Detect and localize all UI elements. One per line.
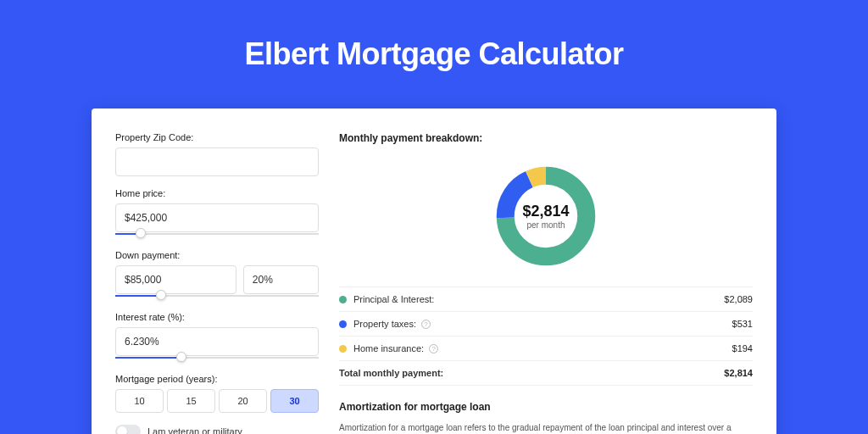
home-price-label: Home price: (115, 188, 319, 198)
legend-row-principal: Principal & Interest: $2,089 (339, 287, 753, 312)
down-payment-amount-input[interactable] (115, 265, 236, 294)
interest-label: Interest rate (%): (115, 312, 319, 322)
period-20-button[interactable]: 20 (219, 389, 267, 413)
amortization-text: Amortization for a mortgage loan refers … (339, 421, 753, 434)
interest-input[interactable] (115, 327, 319, 356)
dot-icon (339, 345, 347, 353)
inputs-column: Property Zip Code: Home price: Down paym… (115, 132, 319, 434)
zip-group: Property Zip Code: (115, 132, 319, 176)
legend-value: $531 (732, 319, 753, 329)
down-payment-label: Down payment: (115, 250, 319, 260)
period-buttons: 10 15 20 30 (115, 389, 319, 413)
veteran-toggle[interactable] (115, 425, 141, 434)
legend-name: Principal & Interest: (353, 294, 724, 304)
page-header: Elbert Mortgage Calculator (0, 0, 868, 108)
info-icon[interactable]: ? (429, 344, 438, 353)
donut-amount: $2,814 (522, 203, 569, 220)
legend-value: $2,089 (724, 294, 753, 304)
period-15-button[interactable]: 15 (167, 389, 215, 413)
down-payment-group: Down payment: (115, 250, 319, 300)
interest-group: Interest rate (%): (115, 312, 319, 362)
legend-total-value: $2,814 (724, 368, 753, 378)
dot-icon (339, 320, 347, 328)
legend-value: $194 (732, 343, 753, 353)
period-group: Mortgage period (years): 10 15 20 30 (115, 374, 319, 413)
legend-row-total: Total monthly payment: $2,814 (339, 361, 753, 386)
donut-chart-wrap: $2,814 per month (339, 154, 753, 276)
legend: Principal & Interest: $2,089 Property ta… (339, 287, 753, 386)
info-icon[interactable]: ? (421, 320, 431, 329)
legend-row-taxes: Property taxes:? $531 (339, 312, 753, 337)
period-label: Mortgage period (years): (115, 374, 319, 384)
veteran-label: I am veteran or military (147, 426, 242, 434)
period-30-button[interactable]: 30 (270, 389, 319, 413)
donut-center: $2,814 per month (492, 163, 599, 270)
home-price-input[interactable] (115, 203, 319, 232)
amortization-title: Amortization for mortgage loan (339, 401, 753, 413)
legend-name: Property taxes:? (353, 319, 732, 329)
home-price-slider[interactable] (115, 231, 319, 238)
legend-row-insurance: Home insurance:? $194 (339, 337, 753, 361)
breakdown-column: Monthly payment breakdown: $2,814 per mo… (339, 132, 753, 434)
calculator-card: Property Zip Code: Home price: Down paym… (92, 108, 776, 434)
down-payment-slider[interactable] (115, 293, 319, 300)
breakdown-title: Monthly payment breakdown: (339, 132, 753, 144)
down-payment-percent-input[interactable] (243, 265, 319, 294)
amortization-section: Amortization for mortgage loan Amortizat… (339, 401, 753, 434)
home-price-group: Home price: (115, 188, 319, 238)
page-title: Elbert Mortgage Calculator (244, 36, 623, 72)
veteran-row: I am veteran or military (115, 425, 319, 434)
donut-sub: per month (526, 220, 565, 230)
legend-name: Home insurance:? (353, 343, 732, 353)
interest-slider[interactable] (115, 355, 319, 362)
zip-label: Property Zip Code: (115, 132, 319, 142)
zip-input[interactable] (115, 147, 319, 176)
legend-total-name: Total monthly payment: (339, 368, 724, 378)
donut-chart: $2,814 per month (492, 163, 599, 270)
period-10-button[interactable]: 10 (115, 389, 164, 413)
dot-icon (339, 296, 347, 303)
